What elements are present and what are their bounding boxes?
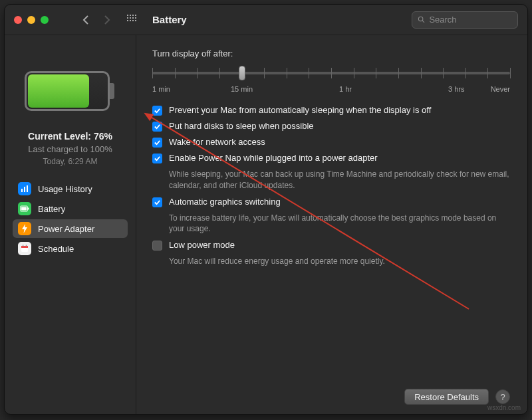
minimize-icon[interactable] — [27, 16, 35, 24]
slider-tick-label: 1 hr — [339, 85, 352, 93]
sidebar-item-battery[interactable]: Battery — [13, 199, 128, 218]
slider-tick-label: Never — [491, 85, 510, 93]
help-button[interactable]: ? — [495, 389, 510, 404]
checkbox-1[interactable] — [152, 122, 162, 132]
slider-label: Turn display off after: — [152, 49, 510, 58]
option-label: Automatic graphics switching — [169, 197, 281, 207]
checkbox-4[interactable] — [152, 197, 162, 207]
sidebar: Current Level: 76% Last charged to 100% … — [5, 35, 136, 414]
checkbox-3[interactable] — [152, 154, 162, 163]
svg-rect-10 — [23, 245, 23, 247]
svg-point-0 — [418, 17, 422, 21]
display-off-slider[interactable] — [152, 62, 510, 84]
svg-rect-7 — [28, 208, 29, 210]
checkbox-2[interactable] — [152, 138, 162, 148]
search-field[interactable] — [429, 15, 512, 25]
sidebar-item-label: Schedule — [38, 244, 74, 254]
option-description: Your Mac will reduce energy usage and op… — [169, 256, 510, 267]
slider-thumb[interactable] — [239, 66, 245, 80]
svg-rect-9 — [21, 246, 28, 248]
checkbox-5[interactable] — [152, 241, 162, 251]
battery-icon — [18, 202, 31, 215]
apps-grid-button[interactable] — [124, 12, 140, 28]
back-button[interactable] — [78, 12, 94, 28]
calendar-icon — [18, 242, 31, 255]
svg-rect-11 — [26, 245, 27, 247]
svg-line-1 — [422, 21, 424, 23]
svg-rect-2 — [21, 189, 23, 192]
search-icon — [418, 15, 425, 24]
svg-rect-3 — [24, 187, 25, 192]
sidebar-item-usage-history[interactable]: Usage History — [13, 179, 128, 198]
slider-tick-label: 3 hrs — [448, 85, 464, 93]
window-controls — [14, 16, 49, 24]
svg-rect-4 — [27, 185, 28, 192]
svg-rect-6 — [21, 207, 27, 211]
chart-bar-icon — [18, 182, 31, 195]
last-charged-time: Today, 6:29 AM — [43, 157, 98, 166]
slider-tick-label: 15 min — [231, 85, 253, 93]
restore-defaults-button[interactable]: Restore Defaults — [404, 389, 489, 405]
main-panel: Turn display off after: 1 min15 min1 hr3… — [136, 35, 527, 414]
option-description: While sleeping, your Mac can back up usi… — [169, 169, 510, 191]
forward-button — [99, 12, 115, 28]
titlebar: Battery — [5, 5, 527, 35]
search-input[interactable] — [412, 11, 518, 29]
option-label: Enable Power Nap while plugged into a po… — [169, 153, 378, 163]
current-level-label: Current Level: 76% — [28, 131, 112, 142]
window-title: Battery — [152, 14, 187, 25]
bolt-icon — [18, 222, 31, 235]
option-label: Prevent your Mac from automatically slee… — [169, 105, 431, 115]
option-label: Wake for network access — [169, 137, 265, 147]
option-description: To increase battery life, your Mac will … — [169, 213, 510, 235]
sidebar-item-schedule[interactable]: Schedule — [13, 239, 128, 258]
sidebar-item-label: Power Adapter — [38, 224, 94, 234]
option-label: Low power mode — [169, 240, 235, 250]
close-icon[interactable] — [14, 16, 22, 24]
last-charged-label: Last charged to 100% — [28, 144, 112, 154]
grid-icon — [127, 15, 138, 25]
checkbox-0[interactable] — [152, 106, 162, 116]
battery-level-icon — [25, 68, 116, 114]
option-label: Put hard disks to sleep when possible — [169, 121, 314, 131]
slider-tick-label: 1 min — [152, 85, 170, 93]
sidebar-item-power-adapter[interactable]: Power Adapter — [13, 219, 128, 238]
sidebar-item-label: Usage History — [38, 184, 92, 194]
maximize-icon[interactable] — [41, 16, 49, 24]
watermark: wsxdn.com — [487, 404, 521, 411]
sidebar-item-label: Battery — [38, 204, 65, 214]
